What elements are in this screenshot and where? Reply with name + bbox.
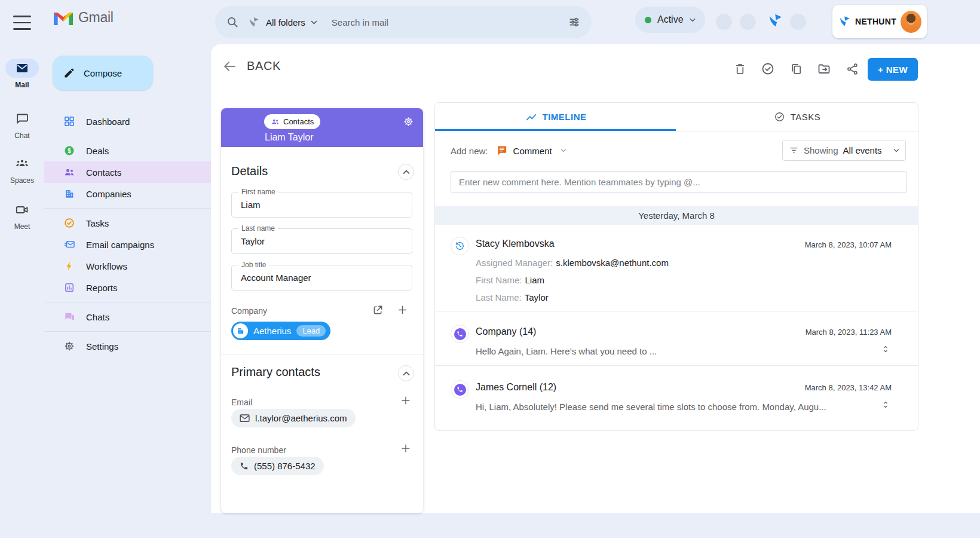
tab-timeline[interactable]: TIMELINE — [435, 103, 676, 131]
primary-contacts-title: Primary contacts — [231, 365, 320, 379]
timeline-entry-message[interactable]: Company (14) March 8, 2023, 11:23 AM Hel… — [435, 311, 918, 366]
chat-icon — [15, 112, 29, 126]
timeline-entry-message[interactable]: James Cornell (12) March 8, 2023, 13:42 … — [435, 366, 918, 431]
viber-icon — [451, 380, 469, 399]
left-rail: Mail Chat Spaces Meet — [0, 0, 44, 538]
event-filter-dropdown[interactable]: Showing All events — [782, 140, 906, 161]
gear-icon — [403, 116, 414, 127]
gmail-m-icon — [54, 11, 73, 25]
topbar-placeholder-circle[interactable] — [740, 14, 756, 30]
chevron-down-icon[interactable] — [561, 149, 566, 152]
unfold-more-icon — [881, 344, 890, 354]
spaces-icon — [15, 157, 29, 171]
card-divider — [221, 354, 423, 354]
sidebar-item-workflows[interactable]: Workflows — [44, 255, 211, 277]
contact-name: Liam Taylor — [265, 132, 314, 143]
expand-entry-button[interactable] — [881, 399, 890, 410]
rail-item-meet[interactable]: Meet — [0, 200, 44, 231]
company-label: Company — [231, 306, 267, 316]
nethunt-folder-icon[interactable] — [247, 16, 260, 29]
workflows-icon — [63, 260, 76, 272]
sidebar-item-chats[interactable]: Chats — [44, 306, 211, 328]
sidebar-item-tasks[interactable]: Tasks — [44, 212, 211, 234]
share-button[interactable] — [844, 61, 860, 77]
compose-button[interactable]: Compose — [53, 56, 153, 90]
add-email-button[interactable] — [400, 395, 412, 406]
sidebar-item-email-campaigns[interactable]: Email campaigns — [44, 234, 211, 255]
first-name-field[interactable]: First name Liam — [231, 192, 412, 218]
timeline-entry-field-change[interactable]: Stacy Klembovska March 8, 2023, 10:07 AM… — [435, 225, 918, 311]
search-options-icon[interactable] — [568, 16, 581, 29]
nav-divider — [44, 136, 211, 136]
email-chip[interactable]: l.taylor@aetherius.com — [231, 409, 356, 427]
sidebar-item-reports[interactable]: Reports — [44, 277, 211, 298]
add-new-type-label[interactable]: Comment — [513, 146, 552, 156]
nethunt-account-card[interactable]: NetHunt — [832, 5, 927, 38]
phone-chip[interactable]: (555) 876-5432 — [231, 457, 324, 475]
new-record-button[interactable]: + NEW — [868, 58, 918, 81]
field-label: Assigned Manager: — [476, 258, 553, 268]
contact-card: Contacts Liam Taylor Details First name … — [221, 108, 423, 513]
sidebar-item-settings[interactable]: Settings — [44, 335, 211, 357]
phone-value: (555) 876-5432 — [254, 461, 316, 471]
hamburger-menu-button[interactable] — [13, 16, 31, 30]
tab-tasks[interactable]: TASKS — [676, 103, 918, 131]
sidebar-item-contacts[interactable]: Contacts — [44, 161, 211, 183]
sidebar-item-companies[interactable]: Companies — [44, 183, 211, 204]
record-type-badge[interactable]: Contacts — [264, 114, 320, 129]
add-phone-button[interactable] — [400, 442, 412, 454]
comment-input[interactable] — [451, 171, 907, 193]
add-company-button[interactable] — [396, 304, 409, 316]
sidebar-item-label: Deals — [86, 146, 109, 156]
mark-done-button[interactable] — [760, 61, 776, 77]
chart-line-icon — [525, 111, 537, 123]
contact-avatar[interactable] — [229, 114, 258, 142]
topbar-placeholder-circle[interactable] — [790, 14, 806, 30]
active-tab-underline — [435, 129, 676, 131]
open-company-button[interactable] — [372, 304, 384, 316]
back-button[interactable] — [222, 59, 237, 74]
move-to-folder-button[interactable] — [816, 61, 832, 77]
rail-item-mail[interactable]: Mail — [0, 59, 44, 89]
last-name-field[interactable]: Last name Taylor — [231, 228, 412, 254]
copy-icon — [789, 62, 803, 76]
sidebar-item-label: Dashboard — [86, 117, 130, 127]
delete-button[interactable] — [732, 61, 748, 77]
collapse-primary-contacts-button[interactable] — [398, 365, 414, 381]
gmail-logo: Gmail — [54, 10, 114, 26]
status-dropdown[interactable]: Active — [635, 7, 705, 33]
card-settings-button[interactable] — [403, 116, 414, 127]
check-circle-icon — [761, 62, 775, 76]
duplicate-button[interactable] — [788, 61, 804, 77]
email-campaigns-icon — [63, 239, 76, 250]
topbar-placeholder-circle[interactable] — [716, 14, 732, 30]
rail-item-spaces[interactable]: Spaces — [0, 154, 44, 185]
sidebar-item-dashboard[interactable]: Dashboard — [44, 111, 211, 132]
sidebar: Gmail Compose Dashboard $ Deals Contacts — [44, 0, 211, 538]
company-name: Aetherius — [253, 326, 291, 336]
rail-item-chat[interactable]: Chat — [0, 109, 44, 140]
expand-entry-button[interactable] — [881, 344, 890, 354]
folder-filter-label[interactable]: All folders — [266, 17, 305, 27]
companies-icon — [63, 188, 76, 200]
last-name-value: Taylor — [232, 229, 412, 253]
search-icon[interactable] — [226, 16, 239, 29]
tab-timeline-label: TIMELINE — [543, 112, 587, 122]
chevron-down-icon[interactable] — [311, 20, 317, 25]
company-building-icon — [233, 323, 248, 338]
comment-icon[interactable] — [496, 145, 508, 157]
chevron-up-icon — [403, 371, 410, 376]
search-input[interactable] — [332, 17, 568, 27]
nethunt-extension-icon[interactable] — [767, 13, 783, 29]
status-dot — [645, 17, 651, 23]
job-title-field[interactable]: Job title Account Manager — [231, 265, 412, 291]
sidebar-item-label: Workflows — [86, 261, 127, 271]
sidebar-item-label: Reports — [86, 283, 118, 293]
collapse-details-button[interactable] — [398, 164, 414, 180]
entry-title: Stacy Klembovska — [476, 239, 555, 249]
unfold-more-icon — [881, 399, 890, 410]
sidebar-item-deals[interactable]: $ Deals — [44, 140, 211, 161]
company-chip[interactable]: Aetherius Lead — [231, 322, 330, 340]
user-avatar[interactable] — [901, 11, 921, 33]
phone-icon — [240, 461, 249, 470]
